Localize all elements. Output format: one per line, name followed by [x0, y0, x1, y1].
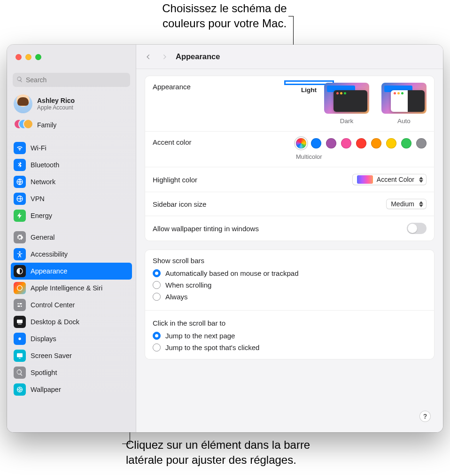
sidebarsize-label: Sidebar icon size — [153, 200, 206, 208]
appearance-option-auto[interactable]: Auto — [381, 83, 427, 125]
sidebar-item-label: Bluetooth — [31, 161, 59, 169]
account-name: Ashley Rico — [37, 97, 75, 104]
sidebar-item-label: Network — [31, 178, 55, 186]
help-button[interactable]: ? — [419, 411, 431, 422]
callout-top: Choisissez le schéma de couleurs pour vo… — [149, 1, 300, 31]
sidebar-item-wifi[interactable]: Wi-Fi — [11, 140, 132, 156]
sidebar-item-accessibility[interactable]: Accessibility — [11, 246, 132, 263]
minimize-window-button[interactable] — [25, 54, 31, 60]
family-label: Family — [37, 121, 56, 129]
accent-swatches — [296, 138, 427, 148]
sidebar-item-label: Energy — [31, 212, 52, 219]
appearance-option-light[interactable]: Light — [306, 83, 312, 89]
screensaver-icon — [14, 350, 26, 362]
sidebar-item-label: VPN — [31, 195, 45, 203]
svg-point-5 — [17, 303, 19, 304]
appearance-label: Appearance — [153, 83, 191, 91]
svg-rect-6 — [19, 303, 22, 304]
sidebar-item-label: Screen Saver — [31, 352, 72, 359]
accent-swatch-1[interactable] — [311, 138, 321, 148]
accent-swatch-4[interactable] — [356, 138, 366, 148]
scrollbars-option-1[interactable]: When scrolling — [145, 279, 434, 291]
account-row[interactable]: Ashley Rico Apple Account — [7, 92, 136, 116]
scrollbars-option-0[interactable]: Automatically based on mouse or trackpad — [145, 267, 434, 279]
radio-icon — [153, 343, 161, 351]
accent-swatch-5[interactable] — [371, 138, 381, 148]
svg-rect-13 — [19, 358, 21, 359]
general-icon — [14, 231, 26, 243]
sidebar-item-general[interactable]: General — [11, 229, 132, 246]
sidebar-item-label: Spotlight — [31, 369, 57, 376]
sidebar-item-label: Apple Intelligence & Siri — [31, 284, 102, 292]
vpn-icon — [14, 193, 26, 205]
svg-point-2 — [19, 251, 20, 253]
appearance-option-dark[interactable]: Dark — [324, 83, 369, 125]
accent-swatch-0[interactable] — [296, 138, 306, 148]
callout-top-line-h — [288, 16, 294, 16]
sidebar: Ashley Rico Apple Account Family Wi-FiBl… — [7, 45, 136, 432]
accent-swatch-6[interactable] — [386, 138, 396, 148]
back-button[interactable] — [144, 52, 153, 62]
scrollbars-title: Show scroll bars — [145, 250, 434, 267]
scrollbars-option-2[interactable]: Always — [145, 291, 434, 303]
forward-button[interactable] — [160, 52, 169, 62]
spotlight-icon — [14, 367, 26, 379]
sidebar-item-siri[interactable]: Apple Intelligence & Siri — [11, 280, 132, 297]
appearance-icon — [14, 265, 26, 277]
tinting-toggle[interactable] — [407, 223, 427, 234]
accent-swatch-7[interactable] — [401, 138, 411, 148]
scrollclick-option-0[interactable]: Jump to the next page — [145, 330, 434, 342]
sidebar-item-control[interactable]: Control Center — [11, 297, 132, 313]
displays-icon — [14, 333, 26, 345]
bluetooth-icon — [14, 159, 26, 171]
search-field[interactable] — [13, 73, 130, 87]
radio-label: When scrolling — [165, 281, 211, 289]
control-icon — [14, 299, 26, 311]
appearance-thumb-icon — [324, 83, 369, 114]
highlight-popup[interactable]: Accent Color — [352, 174, 427, 185]
sidebar-item-energy[interactable]: Energy — [11, 207, 132, 224]
svg-rect-8 — [17, 305, 20, 307]
close-window-button[interactable] — [16, 54, 22, 60]
svg-rect-10 — [18, 324, 22, 324]
sidebar-item-desktop[interactable]: Desktop & Dock — [11, 313, 132, 330]
settings-window: Ashley Rico Apple Account Family Wi-FiBl… — [7, 45, 443, 432]
sidebar-item-spotlight[interactable]: Spotlight — [11, 364, 132, 381]
sidebar-item-network[interactable]: Network — [11, 173, 132, 190]
sidebar-item-bluetooth[interactable]: Bluetooth — [11, 156, 132, 173]
appearance-option-label: Dark — [340, 117, 354, 125]
sidebar-item-screensaver[interactable]: Screen Saver — [11, 347, 132, 364]
sidebar-item-label: Displays — [31, 335, 56, 343]
sidebar-item-label: Appearance — [31, 267, 67, 275]
sidebar-item-label: Wallpaper — [31, 386, 61, 393]
fullscreen-window-button[interactable] — [35, 54, 41, 60]
tinting-label: Allow wallpaper tinting in windows — [153, 225, 259, 233]
content-body: Appearance Light Dark Auto Accent color … — [136, 69, 443, 376]
family-row[interactable]: Family — [7, 116, 136, 137]
sidebar-item-appearance[interactable]: Appearance — [11, 263, 132, 280]
sidebar-item-wallpaper[interactable]: Wallpaper — [11, 381, 132, 398]
sidebar-item-vpn[interactable]: VPN — [11, 190, 132, 207]
desktop-icon — [14, 316, 26, 328]
window-controls — [7, 45, 136, 69]
radio-label: Always — [165, 293, 188, 301]
scrollbars-radio-group: Automatically based on mouse or trackpad… — [145, 267, 434, 308]
sidebar-item-displays[interactable]: Displays — [11, 330, 132, 347]
radio-label: Automatically based on mouse or trackpad — [165, 269, 298, 277]
sidebar-item-label: Wi-Fi — [31, 144, 47, 152]
accent-swatch-3[interactable] — [341, 138, 351, 148]
accent-swatch-2[interactable] — [326, 138, 336, 148]
radio-label: Jump to the spot that's clicked — [165, 343, 259, 351]
sidebarsize-popup[interactable]: Medium — [386, 199, 427, 209]
chevrons-icon — [418, 201, 424, 207]
radio-icon — [153, 332, 161, 340]
sidebar-item-label: Accessibility — [31, 250, 68, 258]
accent-swatch-8[interactable] — [416, 138, 427, 148]
scrollclick-option-1[interactable]: Jump to the spot that's clicked — [145, 342, 434, 353]
sidebar-item-label: Desktop & Dock — [31, 318, 79, 326]
wifi-icon — [14, 142, 26, 154]
appearance-option-label: Auto — [397, 117, 411, 125]
appearance-option-label: Light — [301, 86, 317, 94]
appearance-panel: Appearance Light Dark Auto Accent color … — [145, 76, 434, 241]
search-input[interactable] — [26, 76, 126, 84]
